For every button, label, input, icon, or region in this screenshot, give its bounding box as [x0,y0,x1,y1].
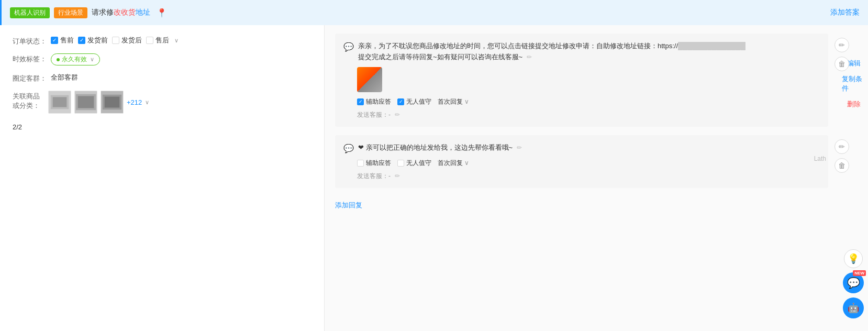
checkbox-box-after-sale [146,37,153,44]
product-thumb-1-img [49,91,71,114]
product-label: 关联商品 或分类： [13,91,44,111]
main-content: 订单状态： ✓ 售前 ✓ 发货前 发货后 [0,25,868,331]
card-2-actions: ✏ 🗑 [834,139,849,173]
pin-icon: 📍 [157,8,167,18]
checkbox-box-before-ship: ✓ [78,37,85,44]
unattended-cb-box-2 [397,160,404,167]
answer-2-text: ❤ 亲可以把正确的地址发给我，这边先帮你看看哦~ ✏ [358,142,820,153]
answer-2-assist-checkbox[interactable]: 辅助应答 [357,159,391,168]
answer-1-options: ✓ 辅助应答 ✓ 无人值守 首次回复 ∨ [357,97,820,106]
time-tag-label: 时效标签： [13,53,47,64]
answer-2-options: 辅助应答 无人值守 首次回复 ∨ [357,159,820,168]
time-tag-text: 永久有效 [62,55,87,64]
answer-1-footer: 发送客服：- ✏ [357,111,820,119]
title-modify: 改收货 [114,8,136,16]
assist-cb-box-1: ✓ [357,98,364,105]
card-1-actions: ✏ 🗑 [834,38,849,71]
bulb-button[interactable]: 💡 [844,249,863,268]
assist-label-1: 辅助应答 [366,97,391,106]
unattended-cb-box-1: ✓ [397,98,404,105]
order-status-checkboxes: ✓ 售前 ✓ 发货前 发货后 售后 [51,36,179,45]
answer-1-header: 💬 亲亲，为了不耽误您商品修改地址的时间，您可以点击链接提交地址修改申请：自助修… [343,41,820,63]
answer-2-edit-icon[interactable]: ✏ [517,144,522,151]
time-tag-dot [57,58,60,61]
answer-2-footer: 发送客服：- ✏ [357,172,820,181]
chat-button[interactable]: 💬 NEW [843,272,864,293]
answer-1-first-reply[interactable]: 首次回复 ∨ [438,97,469,106]
time-tag[interactable]: 永久有效 ∨ [51,53,100,65]
card-2-delete-btn[interactable]: 🗑 [834,158,849,173]
send-service-edit-1[interactable]: ✏ [395,111,400,118]
product-more[interactable]: +212 [127,98,142,106]
customer-group-value: 全部客群 [51,73,78,82]
checkbox-before-sale[interactable]: ✓ 售前 [51,36,74,45]
title-change: 地址 [136,8,150,16]
order-status-row: 订单状态： ✓ 售前 ✓ 发货前 发货后 [13,36,311,46]
order-status-dropdown[interactable]: ∨ [174,37,179,44]
product-row: 关联商品 或分类： [13,91,311,114]
assist-label-2: 辅助应答 [366,159,391,168]
count-label: 2/2 [13,123,22,131]
checkbox-label-before-ship: 发货前 [87,36,108,45]
lath-label: Lath [814,155,826,162]
assist-cb-box-2 [357,160,364,167]
first-reply-arrow-1: ∨ [464,98,469,105]
header-title: 请求修改收货地址 [92,8,150,17]
checkbox-box-after-ship [112,37,119,44]
chat-bubble-icon-1: 💬 [343,42,354,52]
checkbox-before-ship[interactable]: ✓ 发货前 [78,36,108,45]
checkbox-after-ship[interactable]: 发货后 [112,36,142,45]
send-service-edit-2[interactable]: ✏ [395,172,400,180]
checkbox-box-before-sale: ✓ [51,37,58,44]
add-reply-button[interactable]: 添加回复 [335,196,828,214]
answer-1-unattended-checkbox[interactable]: ✓ 无人值守 [397,97,431,106]
answer-2-unattended-checkbox[interactable]: 无人值守 [397,159,431,168]
product-more-arrow[interactable]: ∨ [145,99,149,106]
product-images: +212 ∨ [48,91,149,114]
product-thumb-3-img [101,91,123,114]
customer-group-label: 圈定客群： [13,73,47,83]
answer-card-2: 💬 ❤ 亲可以把正确的地址发给我，这边先帮你看看哦~ ✏ 辅助应答 无人值守 首… [335,135,828,188]
unattended-label-2: 无人值守 [406,159,431,168]
copy-link[interactable]: 复制条件 [840,72,868,95]
product-thumb-1 [48,91,71,114]
answer-2-header: 💬 ❤ 亲可以把正确的地址发给我，这边先帮你看看哦~ ✏ [343,142,820,153]
chat-icon-float: 💬 [847,277,860,289]
answer-1-assist-checkbox[interactable]: ✓ 辅助应答 [357,97,391,106]
robot-button[interactable]: 🤖 [843,297,864,318]
product-thumb-2 [74,91,97,114]
delete-link[interactable]: 删除 [845,97,863,111]
checkbox-label-before-sale: 售前 [60,36,74,45]
answer-1-image [357,67,382,92]
answer-1-image-inner [357,67,382,92]
count-row: 2/2 [13,121,311,131]
header-bar: 机器人识别 行业场景 请求修改收货地址 📍 添加答案 [0,0,868,25]
answer-1-text: 亲亲，为了不耽误您商品修改地址的时间，您可以点击链接提交地址修改申请：自助修改地… [358,41,820,63]
checkbox-label-after-ship: 发货后 [121,36,142,45]
answer-2-first-reply[interactable]: 首次回复 ∨ [438,159,469,168]
svg-rect-5 [78,96,94,108]
chat-bubble-icon-2: 💬 [343,144,354,153]
scene-tag: 行业场景 [54,7,87,18]
product-thumb-3 [101,91,124,114]
time-tag-arrow: ∨ [90,56,94,63]
card-1-edit-btn[interactable]: ✏ [834,38,849,52]
checkbox-after-sale[interactable]: 售后 [146,36,169,45]
checkbox-label-after-sale: 售后 [155,36,169,45]
answer-1-edit-icon[interactable]: ✏ [527,53,532,61]
send-service-label-1: 发送客服：- [357,111,391,119]
first-reply-label-2: 首次回复 [438,159,463,168]
new-badge: NEW [853,270,866,276]
svg-rect-2 [53,97,67,107]
answer-card-1: 💬 亲亲，为了不耽误您商品修改地址的时间，您可以点击链接提交地址修改申请：自助修… [335,34,828,127]
robot-tag: 机器人识别 [10,7,50,18]
first-reply-arrow-2: ∨ [464,159,469,167]
add-answer-button[interactable]: 添加答案 [830,8,860,17]
svg-rect-8 [105,97,120,108]
right-panel: 编辑 复制条件 删除 💬 亲亲，为了不耽误您商品修改地址的时间，您可以点击链接提… [325,25,868,331]
first-reply-label-1: 首次回复 [438,97,463,106]
card-1-delete-btn[interactable]: 🗑 [834,57,849,71]
customer-group-row: 圈定客群： 全部客群 [13,73,311,83]
left-panel: 订单状态： ✓ 售前 ✓ 发货前 发货后 [0,25,325,331]
card-2-edit-btn[interactable]: ✏ [834,139,849,154]
